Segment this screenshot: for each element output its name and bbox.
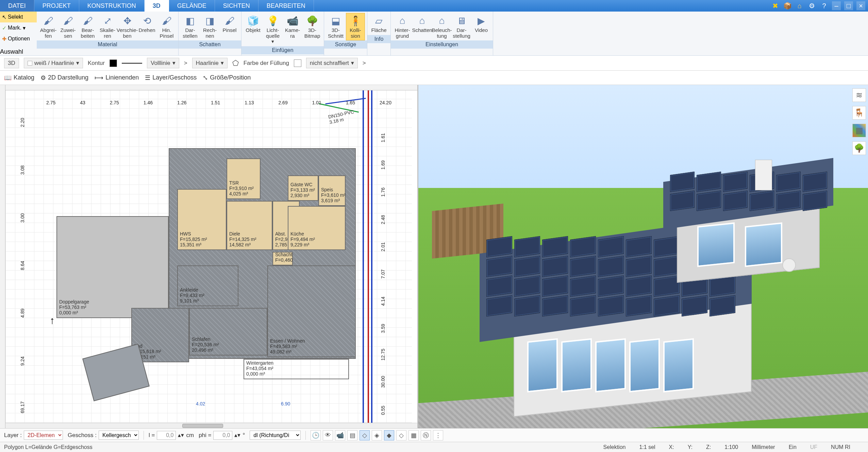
eye-icon[interactable]: 👁 xyxy=(323,430,333,440)
layer-button[interactable]: ☰Layer/Geschoss xyxy=(145,74,197,82)
pipe-red xyxy=(368,90,369,423)
menu-sichten[interactable]: SICHTEN xyxy=(215,0,258,12)
menu-konstruktion[interactable]: KONSTRUKTION xyxy=(79,0,145,12)
menu-gelaende[interactable]: GELÄNDE xyxy=(169,0,215,12)
ribbon-rechnen-button[interactable]: ◨Rech- nen xyxy=(200,13,219,40)
room-schlafen[interactable]: Schlafen F=20,536 m² 20,496 m³ xyxy=(189,308,267,355)
ribbon-hintergrund-button[interactable]: ⌂Hinter- grund xyxy=(393,13,412,40)
camera-icon[interactable]: 📹 xyxy=(335,430,345,440)
length-input[interactable] xyxy=(157,431,176,440)
home-icon[interactable]: ⌂ xyxy=(795,1,804,10)
geschoss-select[interactable]: Kellergesch xyxy=(99,431,139,440)
ribbon-objekt-button[interactable]: 🧊Objekt xyxy=(244,13,263,46)
maximize-button[interactable]: □ xyxy=(844,1,853,10)
room-hws[interactable]: HWS F=15,825 m² 15,351 m³ xyxy=(177,189,227,250)
chimney xyxy=(755,160,772,190)
style-select[interactable]: weiß / Haarlinie ▾ xyxy=(24,58,83,68)
status-unit: Millimeter xyxy=(752,444,775,450)
menu-bearbeiten[interactable]: BEARBEITEN xyxy=(258,0,314,12)
dl-select[interactable]: dl (Richtung/Di xyxy=(250,431,301,440)
darstellung-button[interactable]: ⚙2D Darstellung xyxy=(40,74,88,82)
ribbon-darstellen-button[interactable]: ◧Dar- stellen xyxy=(181,13,200,40)
gear-icon[interactable]: ⚙ xyxy=(807,1,816,10)
floorplan-pane[interactable]: DN150-PVC 3.18 m 2.75432.751.461.261.511… xyxy=(0,85,418,428)
abgrei-icon: 🖌 xyxy=(42,15,54,27)
ribbon-verschieben-button[interactable]: ✥Verschie- ben xyxy=(118,13,137,40)
ribbon-lichtquelle-button[interactable]: 💡Licht- quelle ▾ xyxy=(263,13,282,46)
ribbon-skalieren-button[interactable]: ⤢Skalie- ren xyxy=(98,13,117,40)
kontur-color[interactable] xyxy=(110,59,117,67)
optionen-button[interactable]: ✚Optionen xyxy=(0,33,37,44)
ribbon-beleuchtung-button[interactable]: ⌂Beleuch- tung xyxy=(432,13,451,40)
layer-select[interactable]: 2D-Elemen xyxy=(24,431,63,440)
ribbon-dbitmap-button[interactable]: 🌳3D- Bitmap xyxy=(303,13,322,46)
fill-color[interactable] xyxy=(294,59,301,67)
diamond1-icon[interactable]: ◇ xyxy=(360,430,370,440)
n-icon[interactable]: Ⓝ xyxy=(421,430,431,440)
ribbon-schatten-button[interactable]: ⌂Schatten xyxy=(413,13,432,40)
view3d-pane[interactable]: ≋ 🪑 ▦ 🌳 xyxy=(418,85,868,428)
solar-panel xyxy=(598,276,624,297)
linetype-select[interactable]: Volllinie ▾ xyxy=(147,58,179,68)
ribbon-kamera-button[interactable]: 📹Kame- ra xyxy=(283,13,302,46)
room-diele[interactable]: Diele F=14,325 m² 14,582 m³ xyxy=(227,201,272,250)
room-tsr[interactable]: TSR F=3,910 m² 4,025 m³ xyxy=(227,158,261,199)
hatch-select[interactable]: nicht schraffiert ▾ xyxy=(306,58,358,68)
ribbon-video-button[interactable]: ▶Video xyxy=(472,13,491,40)
linienenden-button[interactable]: ⟼Linienenden xyxy=(95,74,139,82)
horizontal-scrollbar[interactable] xyxy=(5,423,417,428)
menu-3d[interactable]: 3D xyxy=(145,0,169,12)
help-icon[interactable]: ? xyxy=(820,1,829,10)
ribbon-zuweisen-button[interactable]: 🖌Zuwei- sen xyxy=(59,13,78,40)
ribbon-dschnitt-button[interactable]: ⬓3D- Schnitt xyxy=(326,13,345,40)
room-ankleide[interactable]: Ankleide F=9,433 m² 9,101 m³ xyxy=(177,265,238,306)
box-icon[interactable]: 📦 xyxy=(783,1,792,10)
ribbon-hinpinsel-button[interactable]: 🖌Hin. Pinsel xyxy=(157,13,176,40)
haarlinie-select[interactable]: Haarlinie ▾ xyxy=(192,58,228,68)
scrollbar-thumb[interactable] xyxy=(182,424,223,428)
furniture-tool[interactable]: 🪑 xyxy=(852,106,866,120)
ribbon-abgreifen-button[interactable]: 🖌Abgrei- fen xyxy=(39,13,58,40)
solar-panel xyxy=(710,295,735,317)
ribbon-pinsel-button[interactable]: 🖌Pinsel xyxy=(220,13,239,40)
room-wintergarten[interactable]: Wintergarten F=43,054 m² 0,000 m³ xyxy=(244,359,349,379)
menu-datei[interactable]: DATEI xyxy=(0,0,34,12)
solar-panel xyxy=(486,256,512,277)
layer-field: Layer : 2D-Elemen xyxy=(4,431,63,440)
stack-icon[interactable]: ▤ xyxy=(347,430,357,440)
room-kche[interactable]: Küche F=9,494 m² 9,229 m³ xyxy=(288,206,346,250)
katalog-button[interactable]: 📖Katalog xyxy=(4,74,34,82)
mode-3d[interactable]: 3D xyxy=(4,58,19,68)
view3d-canvas[interactable] xyxy=(418,85,868,428)
layers-tool[interactable]: ≋ xyxy=(852,88,866,102)
room-speis[interactable]: Speis F=3,610 m² 3,619 m³ xyxy=(318,175,346,206)
clock-icon[interactable]: 🕒 xyxy=(311,430,321,440)
room-gstewc[interactable]: Gäste WC F=3,133 m² 2,930 m³ xyxy=(288,175,318,201)
palette-tool[interactable]: ▦ xyxy=(852,124,866,137)
ribbon-kollision-button[interactable]: 🧍Kolli- sion xyxy=(346,13,365,40)
close-button[interactable]: × xyxy=(856,1,865,10)
selekt-button[interactable]: ↖Selekt xyxy=(0,12,37,22)
ribbon-drehen-button[interactable]: ⟲Drehen xyxy=(137,13,156,40)
ribbon-bearbeiten-button[interactable]: 🖌Bear- beiten xyxy=(78,13,97,40)
diamond4-icon[interactable]: ◇ xyxy=(396,430,406,440)
phi-input[interactable] xyxy=(213,431,232,440)
mark-button[interactable]: ✓Mark. ▾ xyxy=(0,22,37,33)
solar-panel xyxy=(486,236,512,258)
room-schacht[interactable]: Schacht F=0,460 xyxy=(272,252,293,265)
ribbon-flche-button[interactable]: ▱Fläche xyxy=(369,13,388,35)
diamond3-icon[interactable]: ◆ xyxy=(384,430,394,440)
tool-icon[interactable]: ✖ xyxy=(771,1,780,10)
minimize-button[interactable]: – xyxy=(832,1,841,10)
floorplan-canvas[interactable]: DN150-PVC 3.18 m 2.75432.751.461.261.511… xyxy=(5,90,412,423)
diamond2-icon[interactable]: ◈ xyxy=(372,430,382,440)
menu-projekt[interactable]: PROJEKT xyxy=(34,0,79,12)
ribbon-darstellung-button[interactable]: 🖥Dar- stellung xyxy=(452,13,471,40)
grid-icon[interactable]: ▦ xyxy=(408,430,419,440)
room-essenwohnen[interactable]: Essen / Wohnen F=49,583 m² 49,082 m³ xyxy=(267,265,356,357)
groesse-button[interactable]: ⤡Größe/Position xyxy=(203,74,251,82)
more-icon[interactable]: ⋮ xyxy=(433,430,443,440)
room-doppelgarage[interactable]: Doppelgarage F=53,763 m² 0,000 m³ xyxy=(56,216,169,318)
solar-panel xyxy=(723,172,748,192)
tree-tool[interactable]: 🌳 xyxy=(852,141,866,155)
